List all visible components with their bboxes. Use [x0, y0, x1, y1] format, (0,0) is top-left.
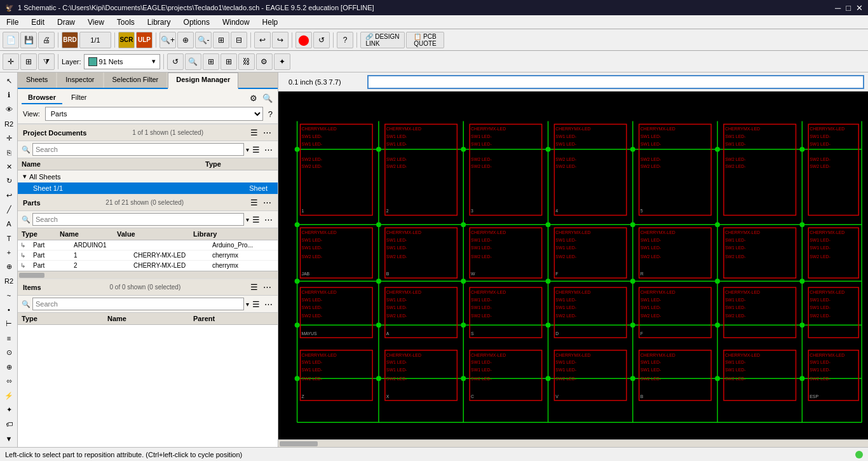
items-more-icon[interactable]: ⋯: [262, 281, 273, 293]
tool-5[interactable]: ⛓: [238, 53, 255, 70]
parts-more-icon[interactable]: ⋯: [262, 196, 273, 209]
tool-mark[interactable]: ✦: [1, 404, 17, 417]
help-button[interactable]: ?: [337, 32, 353, 48]
tool-info[interactable]: ℹ: [1, 89, 17, 102]
items-search-dropdown[interactable]: ▾: [246, 301, 249, 308]
tool-3[interactable]: ⊞: [203, 53, 219, 70]
parts-row-2[interactable]: ↳ Part 2 CHERRY-MX-LED cherrymx: [18, 261, 278, 271]
tool-contact[interactable]: ⊙: [1, 347, 17, 360]
command-bar[interactable]: [367, 75, 864, 89]
tool-measure[interactable]: ⬄: [1, 375, 17, 389]
tool-4[interactable]: ⊞: [220, 53, 237, 70]
brd-button[interactable]: BRD: [62, 32, 78, 48]
view-help-icon[interactable]: ?: [268, 109, 273, 119]
tab-design-manager[interactable]: Design Manager: [168, 72, 238, 89]
parts-list-icon[interactable]: ☰: [249, 196, 259, 209]
items-list-icon[interactable]: ☰: [249, 281, 259, 293]
menu-window[interactable]: Window: [216, 17, 256, 28]
tool-1[interactable]: ↺: [167, 53, 184, 70]
tool-add[interactable]: +: [1, 246, 17, 259]
sheets-search-input[interactable]: [32, 143, 244, 156]
sheets-search-more[interactable]: ⋯: [263, 144, 274, 156]
canvas-hscrollbar[interactable]: [278, 439, 868, 447]
parts-search-input[interactable]: [32, 213, 244, 226]
menu-library[interactable]: Library: [141, 17, 177, 28]
zoom-in-button[interactable]: 🔍+: [159, 32, 176, 48]
scr-button[interactable]: SCR: [118, 32, 135, 48]
menu-edit[interactable]: Edit: [25, 17, 51, 28]
ulp-button[interactable]: ULP: [136, 32, 153, 48]
sheets-more-icon[interactable]: ⋯: [262, 127, 273, 139]
sheets-search-dropdown[interactable]: ▾: [246, 146, 249, 153]
menu-help[interactable]: Help: [256, 17, 285, 28]
tab-selection-filter[interactable]: Selection Filter: [104, 72, 167, 88]
zoom-area-button[interactable]: ⊞: [213, 32, 229, 48]
minimize-button[interactable]: ─: [835, 3, 841, 13]
subtab-filter[interactable]: Filter: [65, 92, 93, 104]
tool-tag[interactable]: 🏷: [1, 418, 17, 431]
parts-scrollbar[interactable]: [18, 271, 278, 279]
menu-options[interactable]: Options: [177, 17, 216, 28]
cursor-tool[interactable]: ✛: [3, 53, 19, 70]
parts-row-1[interactable]: ↳ Part 1 CHERRY-MX-LED cherrymx: [18, 251, 278, 261]
pcb-quote-button[interactable]: 📋 PCBQUOTE: [406, 32, 444, 48]
tool-select[interactable]: ↖: [1, 74, 17, 88]
schematic-canvas[interactable]: CHERRYMX-LED SW1 LED- SW1 LED- SW2 LED- …: [278, 92, 868, 439]
view-select[interactable]: Parts Nets Instances: [45, 107, 263, 121]
tool-copy[interactable]: ⎘: [1, 146, 17, 160]
layer-dropdown[interactable]: 91 Nets ▾: [84, 54, 160, 69]
tool-bus[interactable]: ≡: [1, 332, 17, 345]
parts-search-more[interactable]: ⋯: [263, 214, 274, 226]
tool-expand[interactable]: ▼: [1, 432, 17, 446]
filter-tool[interactable]: ⧩: [38, 53, 55, 70]
tool-text[interactable]: T: [1, 232, 17, 245]
tool-move[interactable]: ✛: [1, 132, 17, 145]
parts-row-arduino[interactable]: ↳ Part ARDUINO1 Arduino_Pro...: [18, 240, 278, 251]
tool-2[interactable]: 🔍: [185, 53, 201, 70]
tool-rotate[interactable]: ↻: [1, 175, 17, 188]
items-search-input[interactable]: [32, 298, 244, 310]
save-button[interactable]: 💾: [20, 32, 37, 48]
zoom-reset-button[interactable]: ⊕: [177, 32, 194, 48]
menu-tools[interactable]: Tools: [111, 17, 141, 28]
tool-snap[interactable]: ⚡: [1, 389, 17, 403]
tool-r2b[interactable]: R2: [1, 275, 17, 288]
new-button[interactable]: 📄: [3, 32, 19, 48]
sheets-search-list[interactable]: ☰: [251, 144, 261, 156]
tool-pin[interactable]: ⊢: [1, 318, 17, 331]
tab-sheets[interactable]: Sheets: [18, 72, 56, 88]
tool-net[interactable]: ~: [1, 289, 17, 303]
tool-r2[interactable]: R2: [1, 118, 17, 131]
tool-plus2[interactable]: ⊕: [1, 261, 17, 274]
tool-delete[interactable]: ✕: [1, 160, 17, 174]
subtab-search-icon[interactable]: 🔍: [261, 92, 274, 104]
grid-tool[interactable]: ⊞: [20, 53, 37, 70]
stop-button[interactable]: ⬤: [295, 32, 312, 48]
page-input-btn[interactable]: 1/1: [79, 32, 111, 48]
print-button[interactable]: 🖨: [38, 32, 55, 48]
tool-wire[interactable]: ╱: [1, 203, 17, 217]
tool-7[interactable]: ✦: [274, 53, 290, 70]
sheets-list-icon[interactable]: ☰: [249, 127, 259, 139]
zoom-fit-button[interactable]: ⊟: [231, 32, 247, 48]
undo-button[interactable]: ↩: [254, 32, 271, 48]
close-button[interactable]: ✕: [856, 3, 863, 13]
items-search-more[interactable]: ⋯: [263, 298, 274, 310]
subtab-settings-icon[interactable]: ⚙: [248, 92, 259, 104]
design-link-button[interactable]: 🔗 DESIGNLINK: [360, 32, 405, 48]
items-search-list[interactable]: ☰: [251, 298, 261, 310]
tool-label[interactable]: A: [1, 217, 17, 231]
menu-view[interactable]: View: [81, 17, 111, 28]
tool-eye[interactable]: 👁: [1, 103, 17, 116]
tool-junction[interactable]: •: [1, 303, 17, 317]
canvas-hscrollbar-thumb[interactable]: [280, 441, 318, 446]
menu-file[interactable]: File: [0, 17, 25, 28]
subtab-browser[interactable]: Browser: [22, 92, 62, 104]
reload-button[interactable]: ↺: [313, 32, 330, 48]
tool-attach[interactable]: ⊕: [1, 361, 17, 374]
tool-6[interactable]: ⚙: [256, 53, 273, 70]
zoom-out-button[interactable]: 🔍-: [195, 32, 212, 48]
tool-undo-s[interactable]: ↩: [1, 189, 17, 202]
maximize-button[interactable]: □: [846, 3, 851, 13]
sheets-item-1[interactable]: Sheet 1/1 Sheet: [18, 182, 278, 194]
